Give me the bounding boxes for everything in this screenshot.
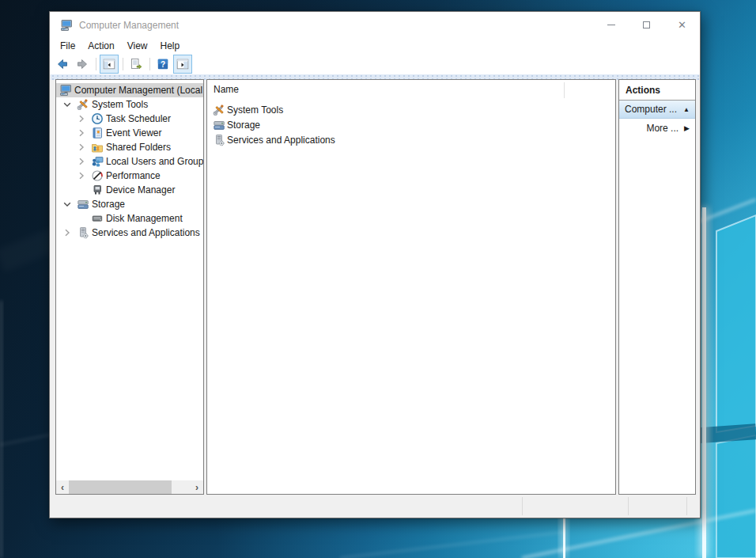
shared-folders-icon <box>91 141 104 154</box>
tree-item-device-manager[interactable]: Device Manager <box>56 183 203 197</box>
tree-item-label: Disk Management <box>106 213 183 224</box>
console-tree-pane: Computer Management (Local System Tools … <box>55 79 204 495</box>
tree-item-performance[interactable]: Performance <box>56 169 203 183</box>
toolbar-separator <box>96 58 96 70</box>
status-separator <box>686 497 687 515</box>
local-users-icon <box>91 155 104 168</box>
tree-item-local-users-and-groups[interactable]: Local Users and Groups <box>56 154 203 169</box>
tree-item-storage[interactable]: Storage <box>56 197 203 211</box>
status-separator <box>628 497 629 515</box>
scroll-left-icon: ‹ <box>61 482 64 493</box>
tree: Computer Management (Local System Tools … <box>56 80 203 480</box>
maximize-button[interactable] <box>629 12 664 38</box>
computer-icon <box>59 84 72 97</box>
tree-item-label: Storage <box>92 199 125 210</box>
actions-more-button[interactable]: More ... ▶ <box>619 119 695 138</box>
scroll-thumb[interactable] <box>69 480 172 494</box>
chevron-collapsed-icon[interactable] <box>75 141 88 154</box>
storage-icon <box>77 198 89 211</box>
scroll-right-icon: › <box>195 482 198 493</box>
desktop: Computer Management ✕ File Action View H… <box>0 0 756 558</box>
toolbar: ? <box>50 54 700 74</box>
show-action-pane-button[interactable] <box>173 55 192 74</box>
system-tools-icon <box>213 104 225 116</box>
forward-button[interactable] <box>73 55 92 74</box>
forward-icon <box>76 58 89 70</box>
actions-group-computer[interactable]: Computer ... ▲ <box>619 101 695 119</box>
scroll-right-button[interactable]: › <box>191 480 203 494</box>
menu-item-view[interactable]: View <box>121 39 154 53</box>
tree-item-label: Task Scheduler <box>106 113 171 124</box>
status-bar <box>52 497 697 515</box>
tree-horizontal-scrollbar[interactable]: ‹ › <box>56 480 203 494</box>
column-separator[interactable] <box>564 82 565 98</box>
column-header-label: Name <box>214 84 239 95</box>
list-item-storage[interactable]: Storage <box>207 117 615 132</box>
scroll-left-button[interactable]: ‹ <box>56 480 69 494</box>
tree-item-label: System Tools <box>92 99 148 110</box>
column-header-name[interactable]: Name <box>207 80 615 99</box>
tree-item-event-viewer[interactable]: Event Viewer <box>56 126 203 140</box>
window-title: Computer Management <box>79 20 179 31</box>
results-pane: Name System Tools Storage Services and A… <box>206 79 616 495</box>
menu-item-help[interactable]: Help <box>154 39 187 53</box>
show-console-tree-button[interactable] <box>100 55 119 74</box>
actions-group-label: Computer ... <box>625 104 683 115</box>
collapse-icon[interactable]: ▲ <box>683 106 690 113</box>
services-icon <box>77 226 89 239</box>
menu-item-file[interactable]: File <box>54 39 81 53</box>
results-list: System Tools Storage Services and Applic… <box>207 102 615 147</box>
list-item-services-and-applications[interactable]: Services and Applications <box>207 132 615 147</box>
disk-management-icon <box>91 212 104 225</box>
tree-item-label: Event Viewer <box>106 127 161 139</box>
chevron-collapsed-icon[interactable] <box>75 169 88 182</box>
chevron-collapsed-icon[interactable] <box>75 112 88 125</box>
device-manager-icon <box>91 184 104 196</box>
status-separator <box>522 497 523 515</box>
svg-text:?: ? <box>161 60 165 69</box>
back-button[interactable] <box>53 55 72 74</box>
tree-item-label: Device Manager <box>106 184 175 195</box>
tree-item-computer-management[interactable]: Computer Management (Local <box>56 83 203 97</box>
storage-icon <box>213 119 225 131</box>
chevron-collapsed-icon[interactable] <box>61 226 74 239</box>
actions-more-label: More ... <box>646 123 679 134</box>
window: Computer Management ✕ File Action View H… <box>49 11 701 518</box>
actions-title: Actions <box>619 80 695 101</box>
tree-item-shared-folders[interactable]: Shared Folders <box>56 140 203 154</box>
list-item-system-tools[interactable]: System Tools <box>207 102 615 117</box>
tree-item-task-scheduler[interactable]: Task Scheduler <box>56 112 203 126</box>
tree-item-system-tools[interactable]: System Tools <box>56 97 203 112</box>
services-icon <box>213 134 225 146</box>
tree-item-label: Local Users and Groups <box>106 156 203 167</box>
menu-bar: File Action View Help <box>50 38 700 54</box>
minimize-button[interactable] <box>593 12 629 38</box>
task-scheduler-icon <box>91 112 104 125</box>
tree-item-label: Computer Management (Local <box>74 85 202 96</box>
chevron-expanded-icon[interactable] <box>61 98 74 111</box>
toolbar-separator <box>123 58 123 70</box>
export-list-icon <box>130 58 142 70</box>
performance-icon <box>91 169 104 182</box>
system-tools-icon <box>77 98 89 111</box>
export-list-button[interactable] <box>127 55 146 74</box>
minimize-icon <box>607 25 615 25</box>
tree-item-label: Shared Folders <box>106 142 171 153</box>
action-pane-icon <box>176 58 189 70</box>
menu-item-action[interactable]: Action <box>81 39 120 53</box>
list-item-label: Services and Applications <box>227 135 335 146</box>
actions-pane: Actions Computer ... ▲ More ... ▶ <box>618 79 696 495</box>
title-bar[interactable]: Computer Management ✕ <box>50 12 700 38</box>
maximize-icon <box>643 21 650 28</box>
tree-item-label: Services and Applications <box>92 227 200 238</box>
list-item-label: System Tools <box>227 104 283 116</box>
tree-item-disk-management[interactable]: Disk Management <box>56 211 203 226</box>
help-button[interactable]: ? <box>153 55 172 74</box>
tree-item-services-and-applications[interactable]: Services and Applications <box>56 226 203 240</box>
chevron-collapsed-icon[interactable] <box>75 127 88 139</box>
close-icon: ✕ <box>678 19 686 31</box>
close-button[interactable]: ✕ <box>664 12 700 38</box>
chevron-expanded-icon[interactable] <box>61 198 74 211</box>
chevron-collapsed-icon[interactable] <box>75 155 88 168</box>
toolbar-separator <box>149 58 150 70</box>
